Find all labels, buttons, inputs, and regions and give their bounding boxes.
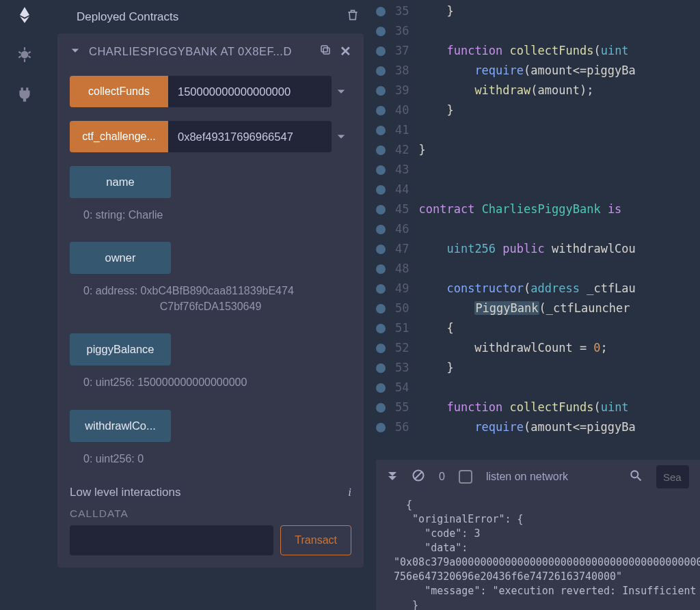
left-iconbar — [0, 0, 49, 610]
transact-button[interactable]: Transact — [280, 525, 351, 555]
listen-label: listen on network — [486, 471, 568, 483]
low-level-title: Low level interactions — [70, 486, 181, 499]
terminal-search-input[interactable] — [656, 465, 689, 488]
chevron-down-icon[interactable] — [332, 76, 351, 107]
name-button[interactable]: name — [70, 166, 171, 198]
svg-line-2 — [18, 52, 21, 53]
owner-button[interactable]: owner — [70, 242, 171, 274]
pending-count: 0 — [439, 471, 445, 483]
bug-icon[interactable] — [15, 45, 34, 64]
func-collectfunds-row: collectFunds — [70, 76, 351, 107]
close-icon[interactable]: ✕ — [340, 43, 352, 59]
withdrawlcount-result: 0: uint256: 0 — [83, 452, 351, 467]
contract-card: CHARLIESPIGGYBANK AT 0X8EF...D ✕ collect… — [57, 33, 364, 568]
deploy-panel: Deployed Contracts CHARLIESPIGGYBANK AT … — [49, 0, 376, 610]
editor-area: 3536373839404142434445464748495051525354… — [376, 0, 700, 610]
info-icon[interactable]: i — [348, 486, 351, 499]
collectfunds-button[interactable]: collectFunds — [70, 76, 168, 107]
contract-title: CHARLIESPIGGYBANK AT 0X8EF...D — [89, 45, 311, 58]
chevron-down-icon[interactable] — [332, 121, 351, 152]
svg-line-5 — [28, 56, 30, 57]
svg-rect-7 — [323, 48, 329, 54]
svg-line-3 — [28, 52, 30, 53]
ctfchallenge-button[interactable]: ctf_challenge... — [70, 121, 168, 152]
name-result: 0: string: Charlie — [83, 208, 351, 223]
chevron-down-icon[interactable] — [70, 45, 81, 58]
piggybalance-result: 0: uint256: 150000000000000000 — [83, 375, 351, 390]
plugin-icon[interactable] — [15, 85, 34, 104]
search-icon[interactable] — [629, 469, 643, 485]
ethereum-icon[interactable] — [15, 5, 34, 25]
calldata-input[interactable] — [70, 525, 273, 555]
svg-point-0 — [21, 51, 29, 59]
piggybalance-button[interactable]: piggyBalance — [70, 333, 171, 365]
svg-line-4 — [18, 56, 21, 57]
ban-icon[interactable] — [412, 469, 425, 485]
editor-code[interactable]: } function collectFunds(uint require(amo… — [418, 0, 700, 460]
calldata-label: CALLDATA — [70, 508, 351, 520]
ctfchallenge-input[interactable] — [168, 121, 332, 152]
code-editor[interactable]: 3536373839404142434445464748495051525354… — [376, 0, 700, 460]
deployed-title: Deployed Contracts — [77, 10, 178, 24]
owner-result: 0: address: 0xbC4BfB890caa811839bE474 C7… — [83, 283, 351, 314]
copy-icon[interactable] — [319, 44, 332, 59]
withdrawlcount-button[interactable]: withdrawlCo... — [70, 410, 171, 442]
svg-line-12 — [638, 477, 641, 481]
terminal-toolbar: 0 listen on network — [376, 460, 700, 494]
low-level-section: Low level interactions i CALLDATA Transa… — [70, 486, 351, 555]
trash-icon[interactable] — [346, 8, 360, 25]
editor-gutter: 3536373839404142434445464748495051525354… — [376, 0, 418, 460]
listen-checkbox[interactable] — [459, 470, 472, 484]
func-ctfchallenge-row: ctf_challenge... — [70, 121, 351, 152]
terminal-output[interactable]: { "originalError": { "code": 3 "data": "… — [376, 494, 700, 610]
svg-rect-8 — [321, 46, 327, 52]
svg-line-10 — [415, 472, 422, 479]
collapse-icon[interactable] — [387, 470, 398, 484]
svg-point-11 — [631, 471, 638, 477]
collectfunds-input[interactable] — [168, 76, 332, 107]
